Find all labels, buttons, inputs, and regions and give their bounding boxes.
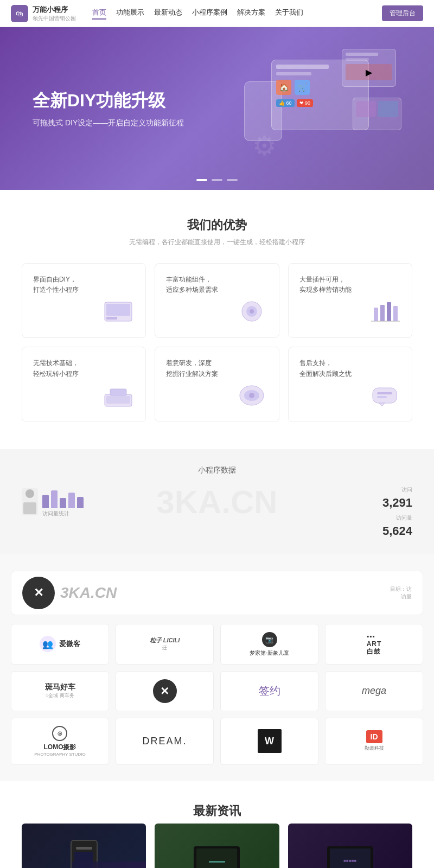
- hero-content: 全新DIY功能升级 可拖拽式 DIY设定——开启自定义功能新征程: [33, 89, 184, 128]
- hero-dot-3[interactable]: [227, 179, 238, 181]
- stats-right: 访问 3,291 访问量 5,624: [225, 486, 412, 538]
- hero-section: 全新DIY功能升级 可拖拽式 DIY设定——开启自定义功能新征程 🏠 🛒 👍 6…: [0, 27, 434, 190]
- stats-val-1: 3,291: [225, 496, 412, 510]
- news-card-3: ■■■■■ 更新日志 view more: [288, 824, 412, 868]
- stats-label-visits: 访问: [225, 486, 412, 494]
- logo-x-mark: ✕: [22, 577, 55, 609]
- svg-point-5: [250, 309, 254, 314]
- logo-banma: 斑马好车 ○全域 商车务: [11, 671, 109, 711]
- bar-3: [60, 498, 66, 508]
- news-section: 最新资讯 产品动态 view more ▬▬▬: [0, 781, 434, 868]
- screen-text: ■■■■■: [343, 858, 356, 863]
- logo-w: W: [220, 718, 318, 765]
- adv-text-5: 着意研发，深度挖掘行业解决方案: [166, 358, 267, 379]
- laptop-mockup-2: ■■■■■: [327, 846, 373, 868]
- logo-aiweiwei: 👥 爱微客: [11, 624, 109, 665]
- advantages-grid: 界面自由DIY，打造个性小程序 丰富功能组件，适应多种场景需求 大量插件: [22, 263, 412, 422]
- logo-ledao-inner: ID 勒道科技: [365, 730, 384, 752]
- hero-dot-1[interactable]: [196, 179, 207, 181]
- logo-label-12: 勒道科技: [365, 745, 384, 752]
- adv-card-6: 售后支持，全面解决后顾之忧: [288, 347, 412, 422]
- hero-title: 全新DIY功能升级: [33, 89, 184, 113]
- adv-icon-2: [235, 299, 268, 327]
- hero-dot-2[interactable]: [212, 179, 222, 181]
- news-card-2: ▬▬▬ 企业公告 more: [155, 824, 279, 868]
- logo-dream: DREAM.: [116, 718, 214, 765]
- nav-link-features[interactable]: 功能展示: [116, 8, 144, 20]
- svg-rect-17: [373, 388, 397, 403]
- stats-section: 3KA.CN 小程序数据: [0, 449, 434, 554]
- stats-person-icon: [22, 488, 38, 515]
- advantages-section: 我们的优势 无需编程，各行业都能直接使用，一键生成，轻松搭建小程序 界面自由DI…: [0, 190, 434, 449]
- svg-rect-9: [393, 306, 398, 321]
- stats-left: 访问量统计: [22, 486, 209, 524]
- logo-label-2: 粒子 LICILI: [150, 636, 180, 644]
- stats-title: 小程序数据: [22, 465, 412, 475]
- adv-icon-6: [368, 384, 401, 411]
- mockup-small2: [353, 98, 401, 130]
- logo-art: ▪▪▪ART白鼓: [325, 624, 423, 665]
- news-img-content-1: [22, 824, 146, 868]
- logo-ledao: ID 勒道科技: [325, 718, 423, 765]
- news-image-3: ■■■■■ 更新日志: [288, 824, 412, 868]
- news-title: 最新资讯: [22, 803, 412, 819]
- bar-2: [51, 490, 58, 508]
- logo-lomo-circle: ◎: [52, 726, 67, 741]
- logo-label-9: LOMO摄影: [43, 743, 76, 752]
- adv-card-2: 丰富功能组件，适应多种场景需求: [155, 263, 279, 338]
- logo-lomo-inner: ◎ LOMO摄影 PHOTOGRAPHY STUDIO: [34, 726, 85, 757]
- logo-label-10: DREAM.: [142, 736, 187, 747]
- news-grid: 产品动态 view more ▬▬▬ 企业公告 more ■■■■■: [22, 824, 412, 868]
- logo-mega: mega: [325, 671, 423, 711]
- svg-marker-20: [379, 403, 385, 406]
- adv-text-3: 大量插件可用，实现多样营销功能: [299, 275, 401, 295]
- admin-button[interactable]: 管理后台: [382, 5, 423, 21]
- hero-dots: [196, 179, 238, 181]
- logo-label-8: mega: [362, 685, 386, 696]
- hero-mockup: 🏠 🛒 👍 60 ❤ 90 ▶ ⚙: [228, 38, 401, 179]
- logo-banma-inner: 斑马好车 ○全域 商车务: [45, 682, 75, 699]
- stats-inner: 小程序数据 访: [22, 465, 412, 538]
- logo-w-inner: W: [258, 729, 282, 753]
- adv-card-1: 界面自由DIY，打造个性小程序: [22, 263, 146, 338]
- mockup-small1: ▶: [342, 49, 396, 87]
- logo-lomo-icon: ◎: [58, 730, 62, 736]
- svg-rect-6: [374, 308, 378, 321]
- adv-text-2: 丰富功能组件，适应多种场景需求: [166, 275, 267, 295]
- logo-qianyue-inner: 签约: [259, 684, 280, 698]
- nav-link-home[interactable]: 首页: [92, 8, 106, 20]
- stats-figure-row: 访问量统计: [22, 486, 209, 518]
- adv-icon-4: [102, 384, 135, 411]
- logos-section: ✕ 3KA.CN 目标：访 访量 👥 爱微客 粒子 LICILI 迁 📷 梦家第…: [0, 554, 434, 781]
- adv-icon-3: [368, 299, 401, 327]
- logos-grid: 👥 爱微客 粒子 LICILI 迁 📷 梦家第·新象儿童 ▪▪▪ART白鼓 斑马…: [11, 624, 423, 765]
- laptop-screen-2: ■■■■■: [330, 848, 371, 868]
- logo-licili: 粒子 LICILI 迁: [116, 624, 214, 665]
- nav-link-cases[interactable]: 小程序案例: [192, 8, 227, 20]
- logo-top-row: ✕ 3KA.CN 目标：访 访量: [11, 571, 423, 615]
- logo-label-3: 梦家第·新象儿童: [250, 649, 289, 656]
- logo: 🛍 万能小程序 领先中国营销公园: [11, 4, 76, 22]
- adv-icon-5: [235, 384, 268, 411]
- svg-rect-19: [377, 396, 387, 398]
- bar-1: [42, 495, 49, 508]
- nav-link-solutions[interactable]: 解决方案: [237, 8, 265, 20]
- logo-sub-2: 迁: [162, 644, 167, 652]
- svg-rect-12: [110, 389, 126, 395]
- gear-decoration: ⚙: [252, 130, 277, 162]
- logo-sub-5: ○全域 商车务: [46, 692, 74, 699]
- logo-sub: 领先中国营销公园: [33, 15, 76, 22]
- news-overlay-1: [72, 861, 146, 868]
- news-image-2: ▬▬▬ 企业公告: [155, 824, 279, 868]
- nav-link-about[interactable]: 关于我们: [275, 8, 303, 20]
- svg-rect-7: [380, 305, 385, 321]
- nav-link-news[interactable]: 最新动态: [154, 8, 182, 20]
- advantages-title: 我们的优势: [22, 217, 412, 233]
- adv-card-5: 着意研发，深度挖掘行业解决方案: [155, 347, 279, 422]
- adv-icon-1: [102, 299, 135, 327]
- stats-val-2: 5,624: [225, 524, 412, 538]
- logo-x2-inner: ✕: [153, 679, 177, 703]
- news-card-1: 产品动态 view more: [22, 824, 146, 868]
- svg-rect-13: [106, 396, 130, 404]
- adv-text-1: 界面自由DIY，打造个性小程序: [33, 275, 135, 295]
